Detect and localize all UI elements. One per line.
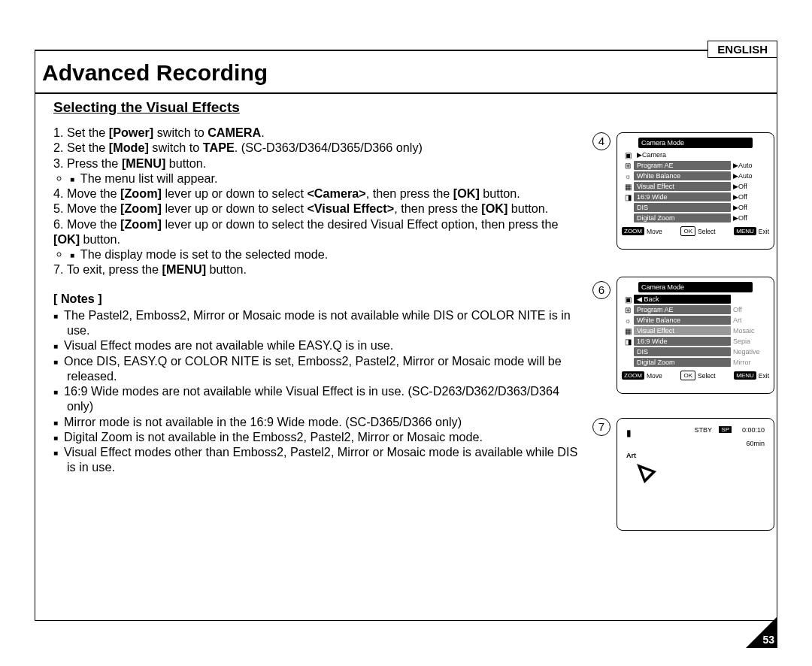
- figure-marker-7: 7: [592, 418, 611, 436]
- note-3: Once DIS, EASY.Q or COLOR NITE is set, E…: [53, 353, 586, 384]
- osd6-title: Camera Mode: [638, 282, 753, 292]
- page-number: 53: [762, 634, 774, 646]
- sp-badge: SP: [719, 426, 732, 433]
- osd6-back: ◀ Back: [634, 295, 731, 304]
- step-4: 4. Move the [Zoom] lever up or down to s…: [53, 186, 586, 201]
- step-2: 2. Set the [Mode] switch to TAPE. (SC-D3…: [53, 140, 586, 155]
- effect-label: Art: [626, 452, 636, 459]
- osd-screen-7: ▮ STBY SP 0:00:10 60min Art: [617, 418, 774, 531]
- note-6: Digital Zoom is not available in the Emb…: [53, 429, 586, 444]
- mem-icon: ▦: [622, 327, 634, 335]
- stby-label: STBY: [694, 426, 712, 434]
- note-4: 16:9 Wide modes are not available while …: [53, 383, 586, 414]
- timecode: 0:00:10: [742, 426, 765, 434]
- note-5: Mirror mode is not available in the 16:9…: [53, 414, 586, 429]
- disp-icon: ◨: [622, 338, 634, 346]
- remaining-time: 60min: [746, 440, 765, 447]
- note-2: Visual Effect modes are not available wh…: [53, 338, 586, 353]
- osd-screen-6: Camera Mode ▣◀ Back ⊞Program AEOff ☼Whit…: [617, 277, 774, 394]
- osd-screen-4: Camera Mode ▣▶Camera ⊞Program AE▶Auto ☼W…: [617, 132, 774, 250]
- osd4-title: Camera Mode: [638, 138, 753, 148]
- step-1: 1. Set the [Power] switch to CAMERA.: [53, 125, 586, 140]
- camera-icon: ▣: [622, 151, 634, 159]
- tape-icon: ⊞: [622, 162, 634, 170]
- step-7: 7. To exit, press the [MENU] button.: [53, 262, 586, 277]
- step-6: 6. Move the [Zoom] lever up or down to s…: [53, 216, 586, 262]
- notes-list: The Pastel2, Emboss2, Mirror or Mosaic m…: [53, 307, 586, 475]
- rec-icon: ☼: [622, 172, 634, 180]
- play-arrow-icon: [634, 461, 659, 486]
- section-heading: Selecting the Visual Effects: [53, 99, 240, 116]
- tape-icon: ⊞: [622, 306, 634, 314]
- title-underline: [35, 92, 777, 94]
- notes-heading: [ Notes ]: [53, 291, 586, 306]
- step-3: 3. Press the [MENU] button. The menu lis…: [53, 156, 586, 186]
- rec-icon: ☼: [622, 316, 634, 325]
- figure-marker-4: 4: [592, 132, 611, 150]
- battery-icon: ▮: [626, 428, 632, 438]
- note-1: The Pastel2, Emboss2, Mirror or Mosaic m…: [53, 307, 586, 338]
- disp-icon: ◨: [622, 193, 634, 201]
- osd4-back: ▶Camera: [634, 150, 731, 159]
- note-7: Visual Effect modes other than Emboss2, …: [53, 444, 586, 475]
- page-title: Advanced Recording: [42, 60, 268, 86]
- mem-icon: ▦: [622, 183, 634, 191]
- figure-marker-6: 6: [592, 281, 611, 299]
- step-6-sub: The display mode is set to the selected …: [70, 247, 586, 262]
- main-content: 1. Set the [Power] switch to CAMERA. 2. …: [53, 125, 586, 475]
- camera-icon: ▣: [622, 295, 634, 304]
- osd6-footer: ZOOMMove OKSelect MENUExit: [617, 368, 774, 383]
- osd4-footer: ZOOMMove OKSelect MENUExit: [617, 223, 774, 239]
- step-3-sub: The menu list will appear.: [70, 171, 586, 186]
- step-5: 5. Move the [Zoom] lever up or down to s…: [53, 201, 586, 216]
- language-badge: ENGLISH: [707, 41, 777, 58]
